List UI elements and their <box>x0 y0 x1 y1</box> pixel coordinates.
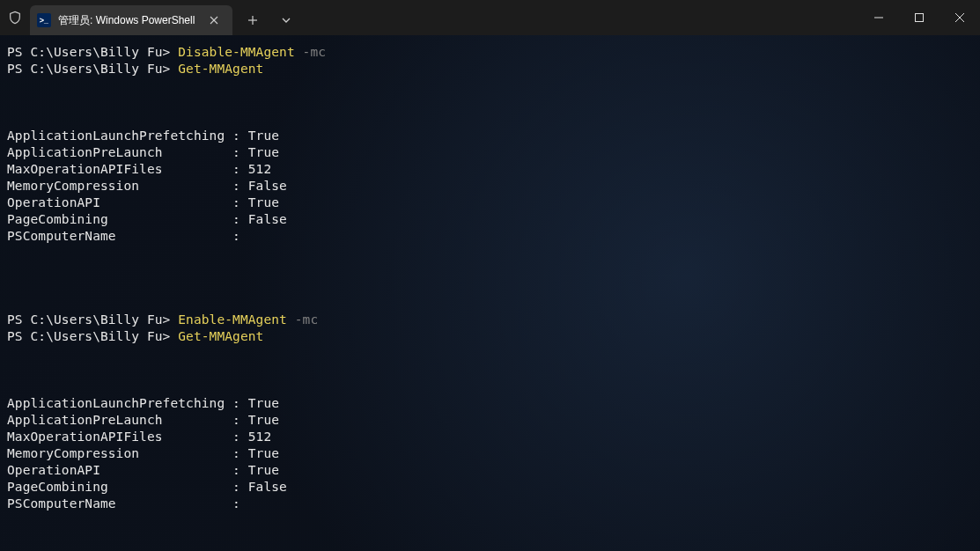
terminal-output[interactable]: PS C:\Users\Billy Fu> Disable-MMAgent -m… <box>0 35 980 551</box>
output-line: MaxOperationAPIFiles : 512 <box>7 161 973 178</box>
window-controls <box>858 0 980 35</box>
maximize-button[interactable] <box>899 0 939 35</box>
close-window-button[interactable] <box>939 0 980 35</box>
output-line: PSComputerName : <box>7 228 973 245</box>
output-line: ApplicationPreLaunch : True <box>7 144 973 161</box>
cmd-arg: -mc <box>295 312 319 327</box>
output-line: PSComputerName : <box>7 496 973 512</box>
svg-rect-5 <box>916 14 924 22</box>
output-line: ApplicationLaunchPrefetching : True <box>7 128 973 144</box>
cmdlet: Get-MMAgent <box>178 329 263 343</box>
shield-icon <box>0 0 30 35</box>
close-tab-button[interactable] <box>204 11 224 30</box>
output-line: OperationAPI : True <box>7 195 973 211</box>
titlebar: >_ 管理员: Windows PowerShell <box>0 0 980 35</box>
cmd-arg: -mc <box>303 45 327 59</box>
cmdlet: Get-MMAgent <box>178 62 263 76</box>
output-line: MemoryCompression : False <box>7 178 973 195</box>
cmdlet: Enable-MMAgent <box>178 312 287 327</box>
output-line: ApplicationPreLaunch : True <box>7 412 973 429</box>
tab-dropdown-button[interactable] <box>271 7 301 33</box>
output-line: PageCombining : False <box>7 211 973 228</box>
new-tab-button[interactable] <box>238 7 268 33</box>
tab-actions <box>232 0 306 35</box>
output-line: ApplicationLaunchPrefetching : True <box>7 395 973 412</box>
prompt: PS C:\Users\Billy Fu> <box>7 45 178 59</box>
output-line: MemoryCompression : True <box>7 445 973 462</box>
minimize-button[interactable] <box>858 0 899 35</box>
powershell-icon: >_ <box>37 13 51 27</box>
prompt: PS C:\Users\Billy Fu> <box>7 329 178 343</box>
output-line: MaxOperationAPIFiles : 512 <box>7 429 973 445</box>
prompt: PS C:\Users\Billy Fu> <box>7 62 178 76</box>
output-line: PageCombining : False <box>7 479 973 496</box>
titlebar-drag-area[interactable] <box>306 0 858 35</box>
prompt: PS C:\Users\Billy Fu> <box>7 312 178 327</box>
tab-title: 管理员: Windows PowerShell <box>58 13 195 28</box>
output-line: OperationAPI : True <box>7 462 973 479</box>
tab-powershell[interactable]: >_ 管理员: Windows PowerShell <box>30 5 232 35</box>
cmdlet: Disable-MMAgent <box>178 45 294 59</box>
